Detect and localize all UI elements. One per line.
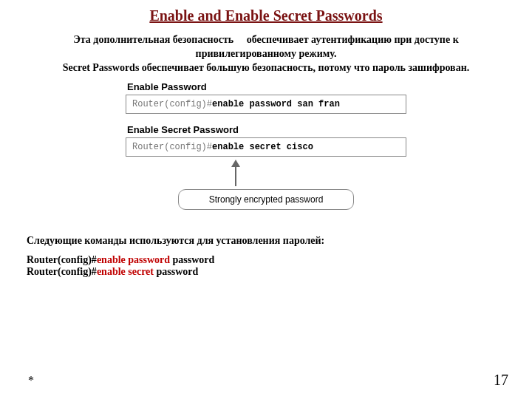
enable-password-label: Enable Password: [127, 81, 406, 92]
enable-secret-command: enable secret cisco: [212, 142, 313, 152]
intro-line-2: Secret Passwords обеспечивает большую бе…: [63, 62, 469, 73]
enable-password-command-box: Router(config)#enable password san fran: [126, 95, 406, 114]
enable-password-prompt: Router(config)#: [132, 99, 212, 109]
slide: Enable and Enable Secret Passwords Эта д…: [0, 0, 532, 399]
command-line-1: Router(config)#enable password password: [27, 254, 505, 266]
cmd1-suffix: password: [173, 254, 215, 265]
footer-asterisk: *: [28, 374, 34, 387]
command-line-2: Router(config)#enable secret password: [27, 266, 505, 278]
intro-text: Эта дополнительная безопасность обеспечи…: [27, 33, 505, 75]
password-diagram: Enable Password Router(config)#enable pa…: [126, 81, 406, 210]
cmd2-suffix: password: [156, 266, 198, 277]
cmd2-red: enable secret: [97, 266, 157, 277]
enable-password-command: enable password san fran: [212, 99, 340, 109]
page-title: Enable and Enable Secret Passwords: [27, 7, 505, 24]
page-number: 17: [494, 372, 508, 389]
callout-arrow: [126, 158, 406, 189]
enable-secret-command-box: Router(config)#enable secret cisco: [126, 137, 406, 157]
cmd1-red: enable password: [97, 254, 173, 265]
intro-line-1: Эта дополнительная безопасность обеспечи…: [73, 34, 458, 59]
enable-secret-prompt: Router(config)#: [132, 142, 212, 152]
next-commands-label: Следующие команды используются для устан…: [27, 235, 505, 247]
enable-secret-label: Enable Secret Password: [127, 124, 406, 135]
cmd1-prefix: Router(config)#: [27, 254, 97, 265]
cmd2-prefix: Router(config)#: [27, 266, 97, 277]
arrow-line-icon: [235, 166, 236, 186]
encrypted-callout: Strongly encrypted password: [178, 189, 354, 210]
